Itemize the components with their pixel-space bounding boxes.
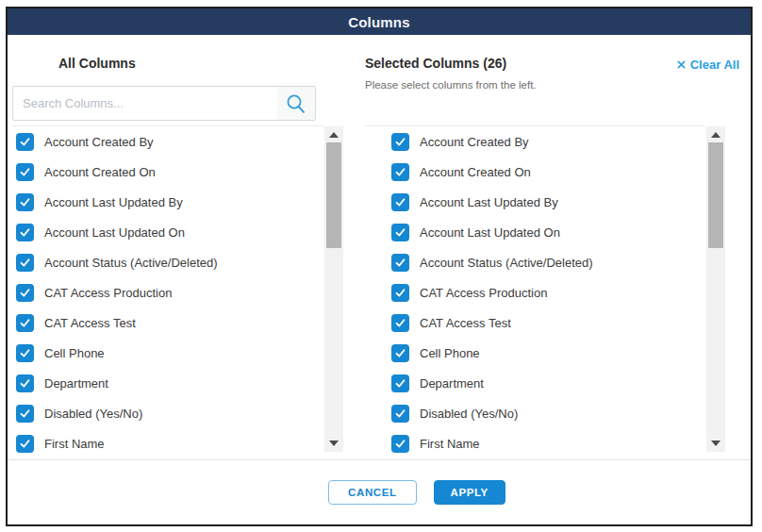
scrollbar-thumb[interactable]	[326, 142, 341, 248]
checkmark-icon	[19, 407, 31, 420]
checkbox-checked[interactable]	[391, 344, 409, 362]
column-label: CAT Access Production	[44, 286, 172, 300]
scroll-down-arrow-icon[interactable]	[711, 441, 721, 446]
column-list-item[interactable]: Account Created By	[12, 126, 323, 157]
checkbox-checked[interactable]	[391, 193, 409, 211]
column-list-item[interactable]: Department	[12, 368, 323, 398]
search-box	[12, 86, 316, 121]
column-label: Account Created By	[44, 135, 154, 149]
selected-columns-scrollbar[interactable]	[706, 126, 725, 452]
all-columns-scrollbar[interactable]	[324, 126, 343, 452]
checkmark-icon	[19, 226, 31, 239]
selected-columns-list: Account Created By Account Created On Ac…	[365, 125, 704, 458]
column-list-item[interactable]: CAT Access Test	[12, 308, 323, 338]
column-list-item[interactable]: Account Last Updated By	[365, 187, 704, 217]
checkmark-icon	[19, 287, 31, 299]
column-label: First Name	[420, 437, 480, 451]
dialog-titlebar: Columns	[8, 8, 751, 35]
column-list-item[interactable]: Disabled (Yes/No)	[365, 398, 704, 428]
checkbox-checked[interactable]	[16, 254, 34, 272]
column-list-item[interactable]: Account Last Updated By	[12, 187, 323, 217]
checkmark-icon	[19, 317, 31, 329]
apply-button[interactable]: APPLY	[434, 480, 505, 505]
checkmark-icon	[394, 347, 406, 359]
scroll-down-arrow-icon[interactable]	[329, 441, 339, 446]
column-label: Disabled (Yes/No)	[420, 407, 518, 421]
checkbox-checked[interactable]	[391, 405, 409, 423]
checkbox-checked[interactable]	[16, 133, 34, 151]
column-label: Account Created On	[44, 165, 156, 179]
checkbox-checked[interactable]	[16, 405, 34, 423]
column-list-item[interactable]: Account Created On	[365, 157, 704, 187]
checkmark-icon	[19, 377, 31, 390]
search-input[interactable]	[13, 87, 277, 120]
checkmark-icon	[19, 257, 31, 269]
scroll-up-arrow-icon[interactable]	[329, 132, 339, 138]
checkmark-icon	[19, 196, 31, 208]
checkbox-checked[interactable]	[16, 284, 34, 302]
column-label: Cell Phone	[44, 346, 105, 360]
column-list-item[interactable]: Account Status (Active/Deleted)	[12, 247, 323, 277]
column-label: Account Last Updated By	[44, 195, 183, 209]
checkmark-icon	[394, 257, 406, 269]
column-list-item[interactable]: CAT Access Production	[365, 277, 704, 308]
column-label: First Name	[44, 437, 105, 451]
column-list-item[interactable]: Account Created On	[12, 157, 323, 187]
column-list-item[interactable]: Account Created By	[365, 126, 704, 157]
column-list-item[interactable]: Account Status (Active/Deleted)	[365, 247, 704, 277]
column-label: Account Last Updated On	[44, 225, 185, 240]
checkbox-checked[interactable]	[391, 254, 409, 272]
cancel-button[interactable]: CANCEL	[328, 480, 417, 505]
column-label: Cell Phone	[420, 346, 480, 360]
selected-columns-heading: Selected Columns (26)	[365, 56, 506, 71]
column-list-item[interactable]: Cell Phone	[12, 338, 323, 368]
checkbox-checked[interactable]	[16, 224, 34, 241]
checkbox-checked[interactable]	[16, 163, 34, 181]
checkbox-checked[interactable]	[16, 435, 34, 453]
column-list-item[interactable]: Account Last Updated On	[12, 217, 323, 247]
column-list-item[interactable]: Account Last Updated On	[365, 217, 704, 247]
column-list-item[interactable]: Disabled (Yes/No)	[12, 398, 323, 428]
checkmark-icon	[394, 196, 406, 208]
checkbox-checked[interactable]	[391, 314, 409, 332]
column-list-item[interactable]: First Name	[365, 428, 704, 458]
clear-all-button[interactable]: Clear All	[677, 58, 739, 72]
columns-dialog: Columns All Columns Account Created By	[6, 7, 753, 526]
search-button[interactable]	[277, 87, 315, 120]
column-label: Account Last Updated By	[420, 195, 558, 209]
clear-all-label: Clear All	[690, 58, 739, 72]
dialog-title: Columns	[348, 14, 410, 30]
checkmark-icon	[19, 166, 31, 178]
checkbox-checked[interactable]	[16, 374, 34, 392]
checkbox-checked[interactable]	[391, 284, 409, 302]
checkbox-checked[interactable]	[16, 193, 34, 211]
checkbox-checked[interactable]	[16, 344, 34, 362]
checkmark-icon	[394, 166, 406, 178]
scroll-up-arrow-icon[interactable]	[711, 132, 721, 138]
checkmark-icon	[394, 407, 406, 420]
column-label: Department	[420, 376, 484, 391]
checkbox-checked[interactable]	[391, 163, 409, 181]
scrollbar-thumb[interactable]	[708, 142, 723, 248]
column-list-item[interactable]: First Name	[12, 428, 323, 458]
all-columns-heading: All Columns	[58, 56, 136, 71]
column-list-item[interactable]: Department	[365, 368, 704, 398]
dialog-footer: CANCEL APPLY	[8, 460, 751, 524]
all-columns-list: Account Created By Account Created On Ac…	[12, 125, 323, 458]
checkbox-checked[interactable]	[391, 133, 409, 151]
column-list-item[interactable]: CAT Access Test	[365, 308, 704, 338]
checkmark-icon	[394, 377, 406, 390]
checkbox-checked[interactable]	[391, 435, 409, 453]
checkmark-icon	[394, 136, 406, 148]
checkbox-checked[interactable]	[391, 374, 409, 392]
x-icon	[677, 60, 686, 69]
checkmark-icon	[19, 438, 31, 450]
checkmark-icon	[394, 226, 406, 239]
checkbox-checked[interactable]	[391, 224, 409, 241]
column-list-item[interactable]: CAT Access Production	[12, 277, 323, 308]
checkbox-checked[interactable]	[16, 314, 34, 332]
column-label: CAT Access Test	[44, 316, 136, 330]
column-label: Account Created On	[420, 165, 531, 179]
column-list-item[interactable]: Cell Phone	[365, 338, 704, 368]
column-label: Account Status (Active/Deleted)	[420, 256, 593, 270]
